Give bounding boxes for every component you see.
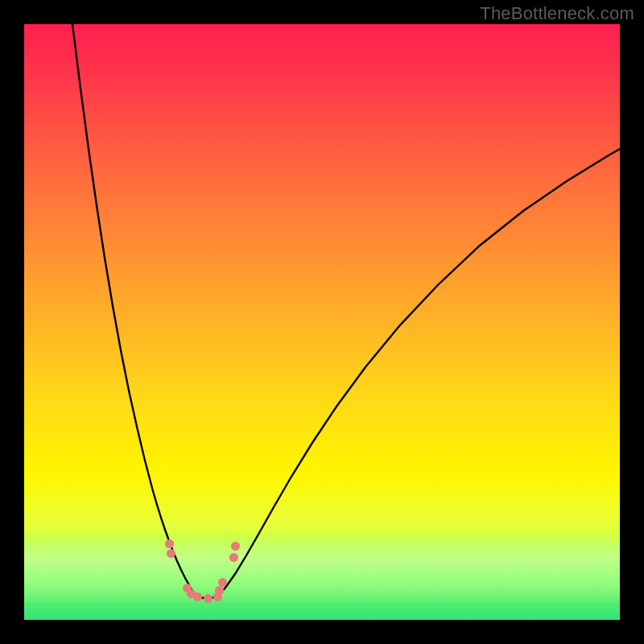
- sample-dot: [193, 592, 202, 601]
- sample-dot: [204, 594, 213, 603]
- sample-dot: [167, 549, 175, 558]
- plot-area: [24, 24, 620, 620]
- sample-dot: [165, 539, 174, 548]
- sample-dot: [218, 578, 227, 587]
- curve-right-branch: [217, 149, 620, 597]
- curve-left-branch: [72, 24, 195, 596]
- bottleneck-curve: [24, 24, 620, 620]
- sample-dot: [229, 553, 238, 562]
- sample-dot: [215, 586, 224, 595]
- chart-frame: TheBottleneck.com: [0, 0, 644, 644]
- sample-dot: [231, 542, 240, 551]
- watermark-text: TheBottleneck.com: [480, 3, 634, 24]
